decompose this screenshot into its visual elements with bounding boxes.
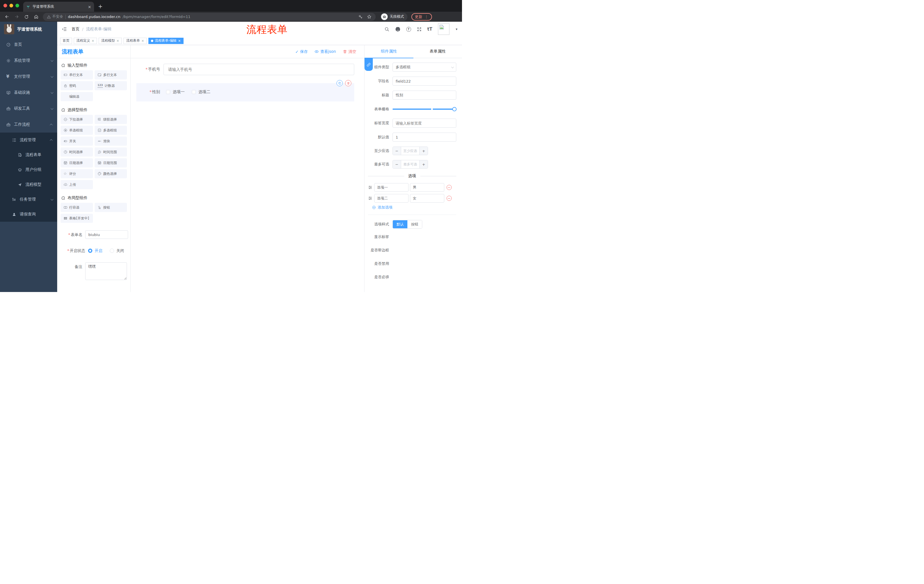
chip-radio-group[interactable]: 单选框组 [61, 126, 93, 135]
browser-update-button[interactable]: 更新 ⋮ [411, 13, 432, 21]
sidebar-item-process-model[interactable]: 流程模型 [0, 177, 57, 192]
chip-slider[interactable]: 滑块 [95, 137, 127, 146]
tag-process-form[interactable]: 流程表单× [124, 38, 147, 44]
sidebar-item-user-group[interactable]: 用户分组 [0, 162, 57, 177]
default-value-input[interactable] [393, 133, 456, 142]
form-remark-textarea[interactable]: 嘿嘿 [85, 262, 127, 280]
close-icon[interactable]: × [116, 39, 119, 43]
drag-handle-icon[interactable] [368, 185, 373, 190]
sidebar-item-task-mgmt[interactable]: 任务管理 [0, 192, 57, 207]
style-default-button[interactable]: 默认 [393, 220, 408, 228]
add-option-button[interactable]: 添加选项 [372, 205, 456, 210]
option-value-input[interactable] [410, 194, 444, 202]
chip-checkbox-group[interactable]: 多选框组 [95, 126, 127, 135]
form-name-input[interactable] [85, 230, 128, 239]
tag-process-form-edit[interactable]: 流程表单-编辑× [148, 38, 183, 44]
stepper-value[interactable]: 最多可选 [401, 160, 419, 168]
sidebar-item-home[interactable]: 首页 [0, 36, 57, 53]
tab-component-props[interactable]: 组件属性 [365, 45, 413, 58]
save-button[interactable]: ✓ 保存 [295, 49, 308, 54]
search-icon[interactable] [384, 26, 389, 32]
option-label-input[interactable] [374, 183, 409, 192]
selected-gender-field[interactable]: *性别 选项一 选项二 [136, 83, 354, 102]
fullscreen-icon[interactable] [417, 27, 422, 32]
clear-button[interactable]: 清空 [343, 49, 356, 54]
sidebar-item-process-mgmt[interactable]: 流程管理 [0, 133, 57, 147]
radio-on[interactable] [88, 248, 92, 253]
browser-tab[interactable]: 芋道管理系统 × [23, 2, 94, 12]
style-button-button[interactable]: 按钮 [408, 220, 422, 228]
checkbox-option1-label[interactable]: 选项一 [173, 89, 185, 95]
chip-time-range[interactable]: 时间范围 [95, 147, 127, 156]
sidebar-item-devtools[interactable]: 研发工具 [0, 100, 57, 117]
field-name-input[interactable] [393, 77, 456, 86]
chip-switch[interactable]: 开关 [61, 137, 93, 146]
title-input[interactable] [393, 90, 456, 100]
component-type-select[interactable]: 多选框组 [393, 63, 456, 72]
delete-component-button[interactable] [345, 80, 351, 86]
new-tab-button[interactable]: + [98, 3, 102, 12]
font-size-icon[interactable]: tT [427, 26, 432, 32]
bookmark-star-icon[interactable] [367, 14, 372, 19]
breadcrumb-home[interactable]: 首页 [71, 26, 79, 32]
radio-off[interactable] [110, 248, 114, 253]
user-avatar[interactable] [438, 23, 449, 35]
chip-counter[interactable]: 123计数器 [95, 81, 127, 90]
checkbox-option2[interactable] [192, 90, 196, 94]
zoom-window-button[interactable] [15, 4, 19, 7]
close-icon[interactable]: × [91, 39, 94, 43]
slider-track[interactable] [393, 109, 456, 110]
form-grid-slider[interactable] [393, 105, 456, 114]
slider-handle[interactable] [452, 107, 457, 112]
chip-time-picker[interactable]: 时间选择 [61, 147, 93, 156]
stepper-plus-button[interactable]: + [419, 147, 428, 155]
address-bar[interactable]: 不安全 dashboard.yudao.iocoder.cn/bpm/manag… [43, 13, 376, 21]
stepper-value[interactable]: 至少应选 [401, 147, 419, 155]
sidebar-item-process-form[interactable]: 流程表单 [0, 147, 57, 162]
checkbox-option1[interactable] [166, 90, 170, 94]
avatar-caret-icon[interactable]: ▾ [456, 27, 457, 31]
close-icon[interactable]: × [141, 39, 144, 43]
chip-select[interactable]: 下拉选择 [61, 115, 93, 124]
tag-process-definition[interactable]: 流程定义× [74, 38, 97, 44]
close-icon[interactable]: × [178, 39, 181, 43]
chip-multi-line-text[interactable]: 多行文本 [95, 70, 127, 79]
drag-handle-icon[interactable] [368, 196, 373, 201]
window-controls[interactable] [3, 0, 19, 12]
view-json-button[interactable]: 查看json [315, 49, 336, 54]
security-warning[interactable]: 不安全 [47, 14, 63, 19]
sidebar-item-leave-query[interactable]: 请假查询 [0, 207, 57, 222]
stepper-minus-button[interactable]: − [393, 147, 401, 155]
option-label-input[interactable] [374, 194, 409, 202]
close-window-button[interactable] [3, 4, 7, 7]
sidebar-item-workflow[interactable]: 工作流程 [0, 117, 57, 133]
chip-row-container[interactable]: 行容器 [61, 203, 93, 212]
label-width-input[interactable] [393, 118, 456, 128]
link-tab[interactable] [365, 58, 373, 71]
remove-option-button[interactable]: − [447, 196, 452, 201]
sidebar-item-payment[interactable]: ¥ 支付管理 [0, 69, 57, 85]
tab-form-props[interactable]: 表单属性 [413, 45, 462, 58]
chip-password[interactable]: 密码 [61, 81, 93, 90]
forward-icon[interactable] [13, 13, 21, 21]
chip-date-picker[interactable]: 日期选择 [61, 158, 93, 168]
checkbox-option2-label[interactable]: 选项二 [198, 89, 210, 95]
minimize-window-button[interactable] [10, 4, 13, 7]
github-icon[interactable] [395, 26, 401, 32]
password-key-icon[interactable] [358, 15, 363, 19]
chip-single-line-text[interactable]: 单行文本 [61, 70, 93, 79]
phone-field[interactable]: *手机号 [136, 64, 354, 75]
reload-icon[interactable] [22, 13, 30, 21]
stepper-minus-button[interactable]: − [393, 160, 401, 168]
sidebar-item-infra[interactable]: 基础设施 [0, 85, 57, 100]
help-icon[interactable]: ? [406, 27, 411, 32]
chip-editor[interactable]: 编辑器 [61, 92, 93, 101]
home-icon[interactable] [32, 13, 40, 21]
chip-upload[interactable]: 上传 [61, 180, 93, 189]
sidebar-fold-icon[interactable] [62, 26, 67, 32]
back-icon[interactable] [3, 13, 11, 21]
chip-cascader[interactable]: 级联选择 [95, 115, 127, 124]
chip-rate[interactable]: ☆评分 [61, 169, 93, 178]
tab-close-icon[interactable]: × [88, 5, 91, 9]
chip-color-picker[interactable]: 颜色选择 [95, 169, 127, 178]
